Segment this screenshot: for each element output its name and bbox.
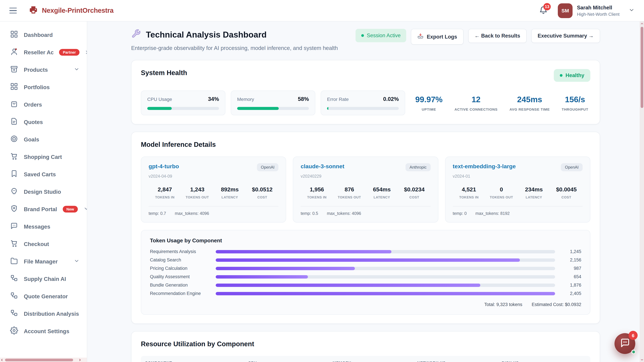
provider-badge: Anthropic [406, 163, 430, 171]
cart-icon [10, 239, 18, 249]
model-card-text-embedding-3-large: text-embedding-3-large OpenAI v2024-01 4… [445, 157, 590, 223]
sidebar-item-reseller-account[interactable]: Reseller Account Partner [0, 43, 87, 61]
workflow-icon [10, 309, 18, 319]
model-version: v20240229 [301, 174, 431, 179]
sidebar-item-products[interactable]: Products [0, 61, 87, 78]
sidebar-item-saved-carts[interactable]: Saved Carts [0, 166, 87, 183]
sidebar-item-label: Reseller Account [24, 49, 54, 55]
sidebar-item-account-settings[interactable]: Account Settings [0, 323, 87, 340]
page-title-row: Technical Analysis Dashboard [131, 29, 338, 40]
sidebar-item-label: Messages [24, 223, 50, 230]
vertical-scrollbar[interactable] [640, 21, 644, 362]
token-total: Total: 9,323 tokens [484, 302, 522, 307]
sidebar-item-goals[interactable]: Goals [0, 131, 87, 148]
chevron-down-icon [74, 66, 80, 73]
model-params: temp: 0.5max_tokens: 4096 [301, 206, 431, 216]
model-version: v2024-04-09 [148, 174, 278, 179]
model-name-link[interactable]: claude-3-sonnet [301, 163, 344, 170]
token-usage-row: Recommendation Engine 2,405 [150, 291, 581, 296]
brand-name: Nexgile-PrintOrchestra [42, 7, 114, 14]
scrollbar-thumb[interactable] [640, 27, 643, 108]
top-header: Nexgile-PrintOrchestra 13 SM Sarah Mitch… [0, 0, 644, 21]
download-tray-icon [418, 33, 424, 40]
sidebar-item-label: Brand Portal [24, 206, 57, 212]
app-root: Nexgile-PrintOrchestra 13 SM Sarah Mitch… [0, 0, 644, 362]
shopping-bag-icon [10, 100, 18, 109]
metric-label: CPU Usage [147, 96, 172, 102]
sidebar: Dashboard Reseller Account Partner Produ… [0, 21, 87, 362]
hamburger-menu-icon[interactable] [10, 8, 17, 13]
bar-fill [216, 292, 555, 295]
partner-badge: Partner [59, 49, 80, 56]
bar-fill [216, 250, 392, 253]
scroll-up-arrow-icon[interactable] [640, 23, 643, 24]
model-params: temp: 0.7max_tokens: 4096 [148, 206, 278, 216]
metric-value: 34% [208, 96, 219, 102]
metric-value: 58% [298, 96, 309, 102]
document-icon [10, 117, 18, 127]
scrollbar-thumb[interactable] [5, 359, 73, 361]
back-to-results-button[interactable]: ← Back to Results [468, 29, 526, 43]
model-name-link[interactable]: text-embedding-3-large [453, 163, 516, 170]
session-active-badge: Session Active [355, 29, 406, 42]
sidebar-item-label: Portfolios [24, 84, 50, 90]
sidebar-horizontal-scrollbar[interactable] [0, 358, 87, 362]
active-connections-stat: 12 ACTIVE CONNECTIONS [454, 95, 498, 111]
sidebar-item-file-manager[interactable]: File Manager [0, 253, 87, 270]
online-status-dot [631, 350, 636, 354]
token-usage-row: Bundle Generation 1,876 [150, 283, 581, 288]
metric-label: Error Rate [327, 96, 349, 102]
export-logs-button[interactable]: Export Logs [411, 29, 464, 44]
dashboard-grid-icon [10, 30, 18, 39]
cpu-usage-metric: CPU Usage 34% [141, 90, 226, 115]
scroll-left-arrow-icon[interactable] [1, 359, 2, 361]
token-usage-row: Pricing Calculation 987 [150, 266, 581, 271]
metric-value: 0.02% [383, 96, 399, 102]
uptime-stat: 99.97% UPTIME [415, 95, 442, 111]
sidebar-item-design-studio[interactable]: Design Studio [0, 183, 87, 200]
shield-star-icon [10, 204, 18, 214]
sidebar-item-quotes[interactable]: Quotes [0, 113, 87, 131]
resource-utilization-title: Resource Utilization by Component [141, 340, 590, 348]
user-menu[interactable]: SM Sarah Mitchell High-Net-Worth Client [558, 3, 634, 18]
sidebar-item-messages[interactable]: Messages [0, 218, 87, 235]
sidebar-item-brand-portal[interactable]: Brand Portal New [0, 200, 87, 218]
status-dot [560, 74, 562, 77]
sidebar-item-portfolios[interactable]: Portfolios [0, 78, 87, 96]
chat-button[interactable]: 6 [614, 333, 635, 354]
bar-fill [216, 267, 355, 270]
avg-response-time-stat: 245ms AVG RESPONSE TIME [510, 95, 550, 111]
sidebar-item-supply-chain-ai[interactable]: Supply Chain AI [0, 270, 87, 288]
executive-summary-button[interactable]: Executive Summary → [531, 29, 600, 43]
resource-table: COMPONENT CPU MEMORY NETWORK I/O DISK I/… [141, 356, 590, 362]
bell-icon [539, 9, 548, 15]
user-name: Sarah Mitchell [577, 4, 620, 10]
sidebar-item-label: Design Studio [24, 189, 61, 195]
table-header: COMPONENT CPU MEMORY NETWORK I/O DISK I/… [141, 356, 590, 362]
scroll-right-arrow-icon[interactable] [80, 359, 81, 361]
sidebar-item-label: Orders [24, 101, 42, 108]
metric-label: Memory [237, 96, 254, 102]
sidebar-item-dashboard[interactable]: Dashboard [0, 26, 87, 43]
palette-icon [10, 187, 18, 196]
token-usage-row: Requirements Analysis 1,245 [150, 249, 581, 254]
sidebar-item-label: Products [24, 66, 48, 73]
avatar: SM [558, 3, 572, 18]
sidebar-item-orders[interactable]: Orders [0, 96, 87, 113]
scroll-down-arrow-icon[interactable] [640, 359, 643, 361]
new-badge: New [63, 206, 78, 213]
sidebar-item-label: Dashboard [24, 32, 53, 38]
sidebar-item-distribution-analysis[interactable]: Distribution Analysis [0, 305, 87, 323]
sidebar-item-checkout[interactable]: Checkout [0, 235, 87, 253]
sidebar-item-shopping-cart[interactable]: Shopping Cart [0, 148, 87, 166]
sidebar-item-label: Account Settings [24, 328, 69, 334]
sidebar-item-label: Quote Generator [24, 293, 68, 300]
brand[interactable]: Nexgile-PrintOrchestra [29, 5, 114, 16]
chevron-down-icon [83, 206, 87, 213]
sidebar-item-quote-generator[interactable]: Quote Generator [0, 288, 87, 305]
progress-fill [237, 107, 279, 110]
sidebar-item-label: Shopping Cart [24, 154, 62, 160]
model-name-link[interactable]: gpt-4-turbo [148, 163, 179, 170]
memory-metric: Memory 58% [231, 90, 315, 115]
notifications-button[interactable]: 13 [539, 5, 548, 15]
